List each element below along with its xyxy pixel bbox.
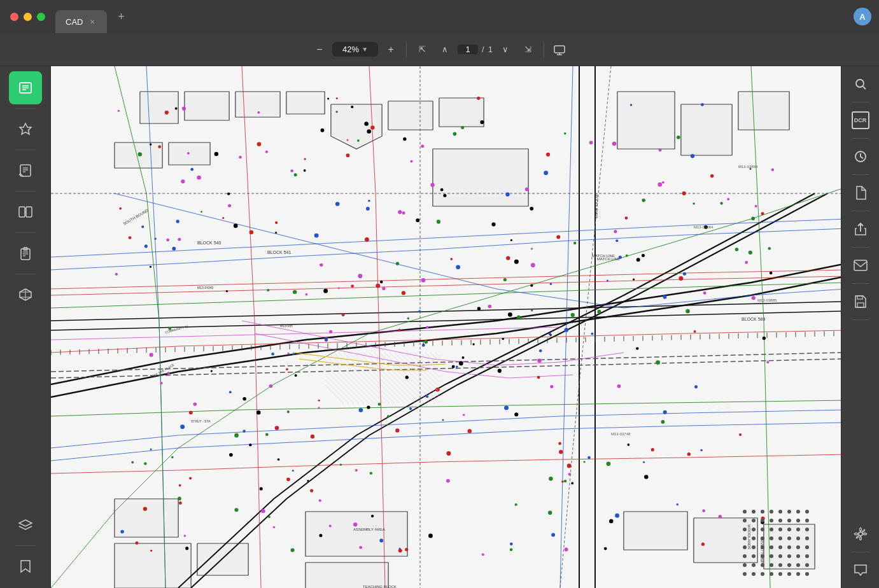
page-current-input[interactable]: 1 [458, 45, 478, 54]
right-sidebar-div-5 [852, 247, 869, 248]
sidebar-item-bookmark[interactable] [9, 550, 42, 583]
tab-close-button[interactable]: ✕ [88, 17, 97, 26]
right-sidebar-div-1 [852, 102, 869, 102]
right-sidebar-integrations[interactable] [848, 521, 873, 547]
sidebar-divider-1 [15, 108, 36, 109]
svg-rect-12 [19, 207, 25, 217]
svg-rect-8 [20, 165, 31, 176]
svg-rect-0 [554, 46, 565, 53]
active-dot [13, 75, 18, 80]
zoom-out-button[interactable]: − [309, 39, 330, 60]
sidebar-item-notes[interactable] [9, 154, 42, 187]
toolbar-separator-2 [544, 42, 544, 57]
right-sidebar-email[interactable] [848, 253, 873, 278]
tab-bar: CAD ✕ + [55, 0, 130, 33]
sidebar-divider-3 [15, 191, 36, 192]
page-separator: / [482, 45, 484, 54]
right-sidebar-div-6 [852, 283, 869, 284]
new-tab-button[interactable]: + [112, 8, 130, 25]
right-sidebar-chat[interactable] [848, 557, 873, 583]
sidebar-item-compare[interactable] [9, 195, 42, 228]
sidebar-item-bluebeam[interactable] [9, 278, 42, 311]
svg-rect-24 [854, 260, 867, 270]
page-total: 1 [488, 45, 493, 54]
right-sidebar-file[interactable] [848, 180, 873, 206]
right-sidebar-search[interactable] [848, 71, 873, 97]
first-page-button[interactable]: ⇱ [412, 39, 432, 60]
right-sidebar-share[interactable] [848, 216, 873, 242]
close-button[interactable] [10, 13, 18, 21]
dcr-icon: DCR [852, 111, 869, 129]
zoom-chevron-icon: ▼ [362, 46, 368, 53]
cad-canvas[interactable] [51, 66, 841, 588]
right-sidebar-div-2 [852, 138, 869, 139]
maximize-button[interactable] [37, 13, 45, 21]
toolbar: − 42% ▼ + ⇱ ∧ 1 / 1 ∨ ⇲ [0, 33, 879, 66]
main-area: DCR [0, 66, 879, 588]
right-sidebar-div-3 [852, 174, 869, 175]
avatar[interactable]: A [854, 8, 871, 25]
right-sidebar-save[interactable] [848, 289, 873, 314]
right-sidebar-dcr[interactable]: DCR [848, 108, 873, 133]
page-info: 1 / 1 [458, 45, 493, 54]
svg-marker-7 [20, 123, 31, 134]
canvas-area[interactable] [51, 66, 841, 588]
right-sidebar-div-7 [852, 319, 869, 320]
next-page-button[interactable]: ∨ [495, 39, 516, 60]
sidebar-divider-5 [15, 274, 36, 274]
toolbar-separator-1 [406, 42, 407, 57]
zoom-in-button[interactable]: + [381, 39, 401, 60]
present-button[interactable] [549, 39, 570, 60]
last-page-button[interactable]: ⇲ [518, 39, 538, 60]
right-sidebar: DCR [841, 66, 879, 588]
svg-point-21 [856, 80, 864, 87]
titlebar: CAD ✕ + A [0, 0, 879, 33]
sidebar-divider-2 [15, 150, 36, 150]
traffic-lights [0, 13, 45, 21]
zoom-value: 42% [342, 45, 359, 54]
svg-line-22 [863, 87, 866, 89]
sidebar-item-stamp[interactable] [9, 113, 42, 146]
sidebar-item-doc-list[interactable] [9, 71, 42, 104]
right-sidebar-recent[interactable] [848, 144, 873, 169]
sidebar-divider-4 [15, 232, 36, 233]
right-sidebar-div-4 [852, 211, 869, 211]
prev-page-button[interactable]: ∧ [435, 39, 455, 60]
sidebar-item-clipboard[interactable] [9, 237, 42, 270]
sidebar-item-layers[interactable] [9, 508, 42, 542]
left-sidebar [0, 66, 51, 588]
right-sidebar-div-8 [852, 552, 869, 552]
tab-cad[interactable]: CAD ✕ [55, 10, 107, 33]
svg-rect-13 [26, 207, 32, 217]
svg-rect-25 [857, 303, 864, 307]
tab-label: CAD [66, 17, 83, 27]
svg-point-27 [859, 532, 862, 536]
svg-marker-20 [19, 520, 32, 526]
sidebar-divider-bottom [15, 545, 36, 546]
minimize-button[interactable] [24, 13, 32, 21]
zoom-dropdown[interactable]: 42% ▼ [332, 42, 378, 57]
